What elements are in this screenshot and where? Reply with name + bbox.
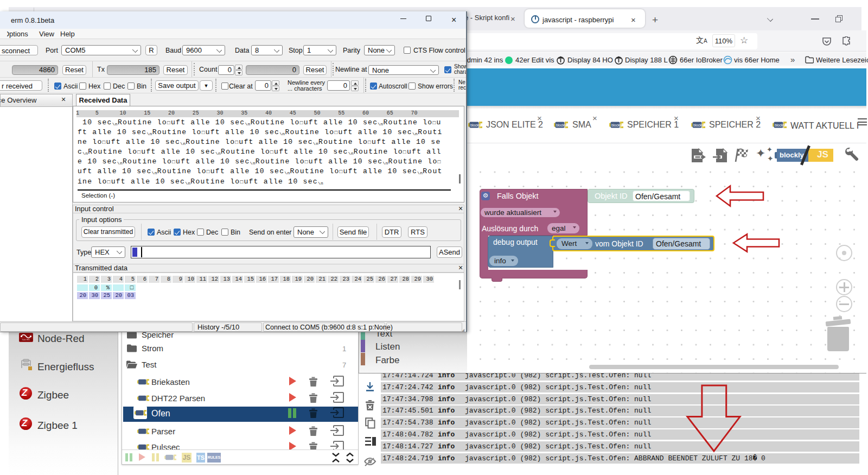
svg-text:blockly: blockly bbox=[470, 123, 482, 128]
svg-text:blockly: blockly bbox=[611, 123, 623, 128]
svg-text:blockly: blockly bbox=[556, 123, 567, 128]
svg-text:blockly: blockly bbox=[693, 123, 705, 128]
svg-text:blockly: blockly bbox=[775, 123, 786, 128]
